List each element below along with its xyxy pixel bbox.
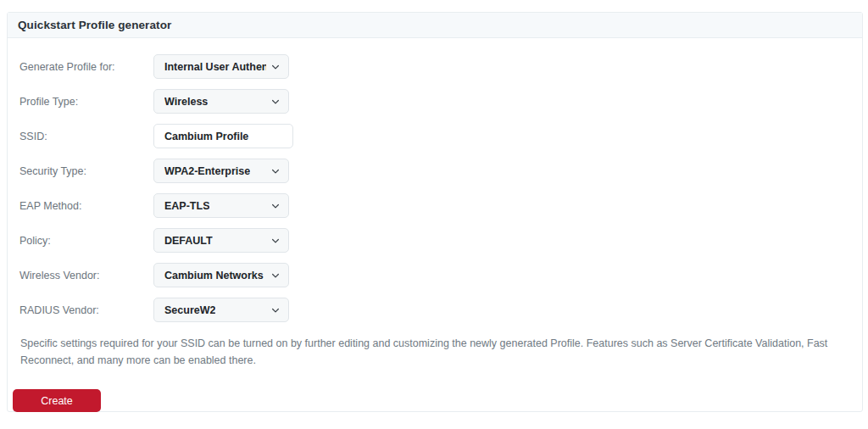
form-row: SSID: <box>19 124 850 148</box>
chevron-down-icon <box>270 270 281 281</box>
select-value: DEFAULT <box>164 235 213 247</box>
wireless-vendor-select[interactable]: Cambium Networks <box>153 263 289 287</box>
panel-title: Quickstart Profile generator <box>18 19 171 31</box>
form-row: EAP Method: EAP-TLS <box>19 193 850 218</box>
wireless-vendor-label: Wireless Vendor: <box>19 270 153 281</box>
chevron-down-icon <box>270 201 281 211</box>
radius-vendor-label: RADIUS Vendor: <box>19 304 153 316</box>
create-button[interactable]: Create <box>13 389 101 412</box>
select-value: Wireless <box>164 96 208 108</box>
policy-select[interactable]: DEFAULT <box>153 228 289 253</box>
form-row: Wireless Vendor: Cambium Networks <box>19 263 850 287</box>
form-row: Generate Profile for: Internal User Auth… <box>19 54 850 79</box>
quickstart-profile-generator-panel: Quickstart Profile generator Generate Pr… <box>7 12 863 412</box>
form-row: Security Type: WPA2-Enterprise <box>19 159 850 183</box>
radius-vendor-select[interactable]: SecureW2 <box>153 298 289 322</box>
ssid-label: SSID: <box>19 131 153 142</box>
select-value: SecureW2 <box>164 304 215 316</box>
select-value: Cambium Networks <box>164 270 264 281</box>
select-value: WPA2-Enterprise <box>164 165 250 177</box>
chevron-down-icon <box>270 62 281 72</box>
panel-body: Generate Profile for: Internal User Auth… <box>8 38 862 412</box>
ssid-input[interactable] <box>153 124 293 148</box>
security-type-select[interactable]: WPA2-Enterprise <box>153 159 289 183</box>
eap-method-label: EAP Method: <box>19 200 153 212</box>
profile-type-label: Profile Type: <box>19 96 153 108</box>
form-row: Policy: DEFAULT <box>19 228 850 253</box>
chevron-down-icon <box>270 166 281 176</box>
security-type-label: Security Type: <box>19 165 153 177</box>
eap-method-select[interactable]: EAP-TLS <box>153 193 289 218</box>
policy-label: Policy: <box>19 235 153 247</box>
select-value: EAP-TLS <box>164 200 209 212</box>
chevron-down-icon <box>270 236 281 246</box>
profile-type-select[interactable]: Wireless <box>153 89 289 114</box>
generate-profile-for-select[interactable]: Internal User Authentication <box>153 54 289 79</box>
chevron-down-icon <box>270 305 281 315</box>
generate-profile-for-label: Generate Profile for: <box>19 61 153 73</box>
panel-header: Quickstart Profile generator <box>8 13 862 38</box>
form-row: RADIUS Vendor: SecureW2 <box>19 298 850 322</box>
chevron-down-icon <box>270 97 281 107</box>
profile-settings-note: Specific settings required for your SSID… <box>20 335 854 369</box>
select-value: Internal User Authentication <box>164 61 266 73</box>
form-row: Profile Type: Wireless <box>19 89 850 114</box>
